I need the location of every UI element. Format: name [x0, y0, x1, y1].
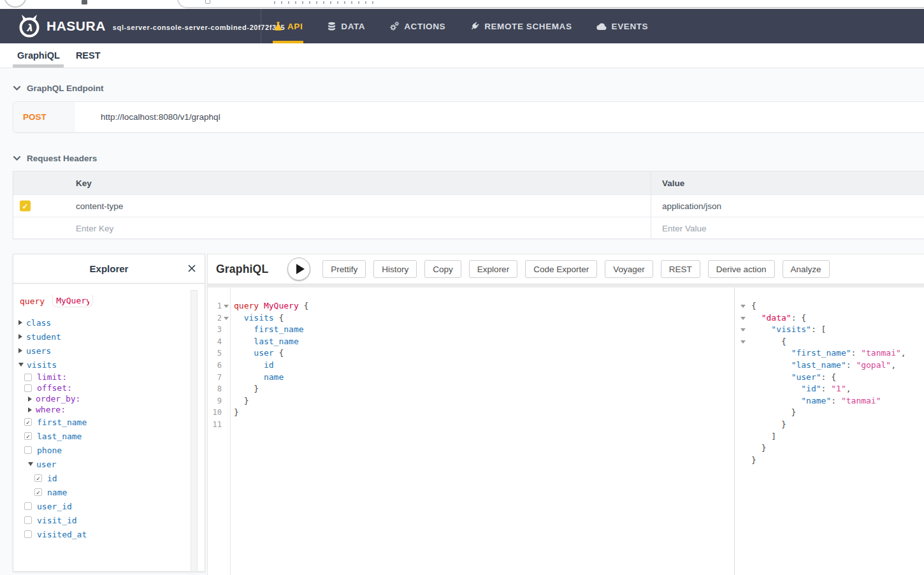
fold-gutter	[735, 431, 747, 443]
prettify-button[interactable]: Prettify	[322, 260, 366, 278]
column-header-value: Value	[651, 171, 924, 194]
history-button[interactable]: History	[373, 260, 417, 278]
execute-query-button[interactable]	[287, 258, 310, 280]
explorer-tree-item-first_name[interactable]: ✓first_name	[18, 415, 205, 429]
tree-item-label: where:	[36, 405, 66, 414]
field-checkbox[interactable]: ✓	[34, 488, 42, 496]
explorer-tree-item-visits[interactable]: visits	[18, 358, 205, 372]
fold-toggle-icon[interactable]	[224, 305, 229, 308]
graphql-endpoint-section-header[interactable]: GraphQL Endpoint	[13, 84, 104, 93]
explorer-scrollbar[interactable]	[191, 290, 198, 572]
collapse-arrow-icon[interactable]	[28, 462, 33, 466]
fold-gutter	[735, 312, 747, 324]
nav-items: APIDATAACTIONSREMOTE SCHEMASEVENTS	[261, 9, 660, 43]
query-editor[interactable]: 1query MyQuery {2 visits {3 first_name4 …	[208, 288, 734, 575]
nav-item-actions[interactable]: ACTIONS	[377, 9, 458, 43]
header-value-input[interactable]	[662, 201, 903, 211]
explorer-button[interactable]: Explorer	[469, 260, 517, 278]
copy-button[interactable]: Copy	[424, 260, 461, 278]
explorer-tree-item-offset[interactable]: offset:	[18, 382, 205, 393]
browser-button-icon	[4, 0, 27, 8]
explorer-tree-item-user[interactable]: user	[18, 457, 205, 471]
field-checkbox[interactable]: ✓	[24, 432, 32, 440]
expand-arrow-icon[interactable]	[18, 348, 22, 353]
derive-action-button[interactable]: Derive action	[708, 260, 775, 278]
explorer-tree-item-last_name[interactable]: ✓last_name	[18, 429, 205, 443]
field-checkbox[interactable]	[24, 530, 32, 538]
column-header-key: Key	[13, 171, 651, 194]
code-text: "data": {	[747, 312, 806, 324]
result-line: "name": "tanmai"	[735, 395, 924, 407]
fold-gutter	[222, 360, 231, 372]
result-line: }	[735, 407, 924, 419]
code-text: {	[747, 300, 756, 312]
nav-item-data[interactable]: DATA	[315, 9, 377, 43]
explorer-tree-item-class[interactable]: class	[18, 316, 205, 330]
new-header-key-input[interactable]	[76, 224, 593, 233]
explorer-tree-item-visit_id[interactable]: visit_id	[18, 513, 205, 527]
expand-arrow-icon[interactable]	[28, 407, 32, 412]
field-checkbox[interactable]: ✓	[34, 474, 42, 482]
query-line: 3 first_name	[208, 324, 734, 336]
request-headers-section-header[interactable]: Request Headers	[13, 154, 97, 163]
code-exporter-button[interactable]: Code Exporter	[525, 260, 597, 278]
field-checkbox[interactable]	[24, 516, 32, 524]
explorer-tree-item-student[interactable]: student	[18, 330, 205, 344]
close-icon[interactable]	[187, 263, 197, 273]
header-enabled-checkbox[interactable]: ✓	[20, 201, 31, 212]
tab-graphiql[interactable]: GraphiQL	[17, 43, 60, 68]
fold-gutter	[735, 372, 747, 384]
explorer-tree-item-visited_at[interactable]: visited_at	[18, 527, 205, 541]
hasura-console: λ HASURA sql-server-console-server-combi…	[0, 0, 924, 575]
field-checkbox[interactable]	[24, 384, 32, 392]
explorer-tree-item-users[interactable]: users	[18, 344, 205, 358]
nav-item-api[interactable]: API	[261, 9, 315, 43]
fold-toggle-icon[interactable]	[740, 328, 746, 331]
voyager-button[interactable]: Voyager	[605, 260, 653, 278]
brand[interactable]: λ HASURA sql-server-console-server-combi…	[0, 13, 285, 39]
code-text: {	[747, 336, 786, 348]
code-text: }	[231, 395, 249, 407]
explorer-tree: classstudentusersvisitslimit:offset:orde…	[18, 316, 205, 541]
collapse-arrow-icon[interactable]	[18, 363, 24, 367]
operation-name-input[interactable]	[52, 295, 93, 307]
toolbar-buttons: PrettifyHistoryCopyExplorerCode Exporter…	[322, 260, 829, 278]
explorer-tree-item-id[interactable]: ✓id	[18, 471, 205, 485]
fold-toggle-icon[interactable]	[740, 340, 746, 344]
fold-gutter	[735, 419, 747, 431]
top-navbar: λ HASURA sql-server-console-server-combi…	[0, 9, 924, 43]
nav-item-events[interactable]: EVENTS	[584, 9, 661, 43]
expand-arrow-icon[interactable]	[18, 320, 22, 325]
plug-icon	[470, 21, 480, 31]
field-checkbox[interactable]	[24, 374, 32, 381]
expand-arrow-icon[interactable]	[28, 397, 32, 402]
field-checkbox[interactable]: ✓	[24, 418, 32, 426]
expand-arrow-icon[interactable]	[18, 334, 22, 339]
analyze-button[interactable]: Analyze	[783, 260, 830, 278]
result-line: {	[735, 300, 924, 312]
tab-rest[interactable]: REST	[76, 43, 101, 68]
explorer-tree-item-limit[interactable]: limit:	[18, 372, 205, 382]
browser-chrome-sliver	[0, 0, 924, 9]
field-checkbox[interactable]	[24, 446, 32, 454]
rest-button[interactable]: REST	[661, 260, 700, 278]
svg-text:λ: λ	[26, 22, 32, 34]
query-line: 10}	[208, 407, 734, 419]
nav-item-label: EVENTS	[612, 22, 649, 31]
fold-toggle-icon[interactable]	[740, 317, 746, 320]
header-key-input[interactable]	[76, 201, 593, 211]
field-checkbox[interactable]	[24, 502, 32, 510]
new-header-value-input[interactable]	[662, 224, 903, 233]
explorer-tree-item-name[interactable]: ✓name	[18, 485, 205, 499]
fold-toggle-icon[interactable]	[224, 317, 229, 320]
fold-toggle-icon[interactable]	[740, 305, 746, 308]
fold-gutter	[222, 336, 231, 348]
explorer-tree-item-order_by[interactable]: order_by:	[18, 393, 205, 404]
fold-gutter	[735, 347, 747, 360]
fold-gutter	[735, 336, 747, 348]
explorer-tree-item-user_id[interactable]: user_id	[18, 499, 205, 513]
explorer-panel: Explorer query classstudentusersvisitsli…	[13, 254, 205, 572]
nav-item-remote-schemas[interactable]: REMOTE SCHEMAS	[458, 9, 584, 43]
explorer-tree-item-where[interactable]: where:	[18, 404, 205, 415]
explorer-tree-item-phone[interactable]: phone	[18, 443, 205, 457]
